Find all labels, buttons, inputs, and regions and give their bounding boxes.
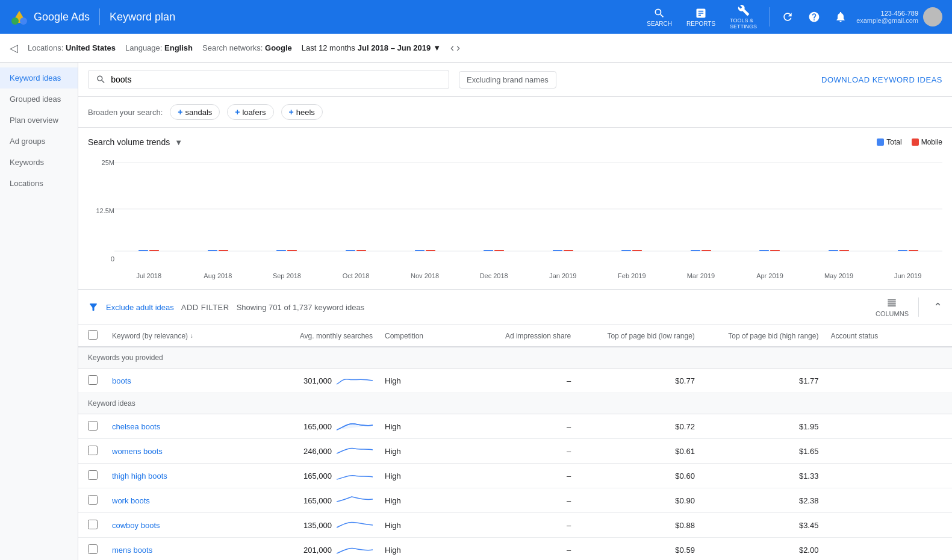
row-avg-thigh: 165,000	[261, 468, 385, 483]
sidebar-item-ad-groups[interactable]: Ad groups	[0, 131, 78, 152]
language-filter: Language: English	[125, 43, 193, 52]
bid-low-label: Top of page bid (low range)	[607, 332, 694, 340]
help-button[interactable]	[803, 8, 825, 25]
bar-mobile-2	[287, 250, 297, 251]
row-keyword-mens[interactable]: mens boots	[112, 546, 261, 555]
boots-checkbox[interactable]	[88, 375, 98, 385]
bar-total-0	[138, 250, 148, 251]
work-checkbox[interactable]	[88, 495, 98, 505]
bar-group-jan2019	[528, 250, 597, 251]
col-avg-searches-header[interactable]: Avg. monthly searches	[261, 332, 385, 340]
chart-legend: Total Mobile	[877, 138, 942, 146]
tools-nav-button[interactable]: TOOLS & SETTINGS	[725, 2, 762, 32]
row-keyword-boots[interactable]: boots	[112, 376, 261, 385]
bar-mobile-6	[564, 250, 573, 251]
table-row: boots 301,000 High – $0.77 $1.77	[78, 369, 952, 393]
bar-mobile-9	[770, 250, 780, 251]
sidebar-item-keyword-ideas[interactable]: Keyword ideas	[0, 67, 78, 89]
x-label-1: Aug 2018	[184, 272, 253, 279]
period-prev-button[interactable]: ‹	[450, 42, 454, 54]
row-keyword-cowboy[interactable]: cowboy boots	[112, 521, 261, 530]
bar-group-apr2019	[735, 250, 804, 251]
womens-trend-chart	[337, 444, 373, 458]
row-avg-work: 165,000	[261, 493, 385, 508]
cowboy-trend-chart	[337, 518, 373, 532]
col-bid-high-header[interactable]: Top of page bid (high range)	[707, 332, 831, 340]
avg-searches-label: Avg. monthly searches	[300, 332, 373, 340]
womens-checkbox[interactable]	[88, 446, 98, 455]
download-keyword-ideas-link[interactable]: DOWNLOAD KEYWORD IDEAS	[821, 75, 942, 84]
refresh-icon	[782, 11, 794, 23]
table-row: womens boots 246,000 High – $0.61 $1.65	[78, 439, 952, 464]
col-competition-header[interactable]: Competition	[385, 332, 459, 340]
user-avatar[interactable]	[923, 7, 942, 26]
app-logo[interactable]: Google Ads	[10, 7, 90, 26]
period-next-button[interactable]: ›	[456, 42, 460, 54]
table-row: work boots 165,000 High – $0.90 $2.38	[78, 488, 952, 513]
select-all-checkbox[interactable]	[88, 330, 98, 340]
sidebar-item-locations[interactable]: Locations	[0, 173, 78, 194]
filter-bar-toggle[interactable]: ◁	[10, 42, 18, 55]
x-label-5: Dec 2018	[459, 272, 529, 279]
reports-nav-button[interactable]: REPORTS	[682, 5, 720, 30]
sidebar-item-keywords[interactable]: Keywords	[0, 152, 78, 173]
add-filter-button[interactable]: ADD FILTER	[181, 303, 229, 312]
legend-total-color	[877, 138, 884, 146]
location-filter: Locations: United States	[28, 43, 116, 52]
columns-button[interactable]: COLUMNS	[876, 297, 909, 317]
broaden-tag-loafers[interactable]: + loafers	[227, 104, 273, 120]
exclude-adults-link[interactable]: Exclude adult ideas	[106, 303, 174, 312]
user-info: 123-456-789 example@gmail.com	[856, 7, 942, 26]
bar-total-1	[208, 250, 217, 251]
row-keyword-thigh[interactable]: thigh high boots	[112, 471, 261, 481]
broaden-tag-sandals[interactable]: + sandals	[170, 104, 220, 120]
legend-total-label: Total	[886, 138, 901, 146]
bars-area	[114, 157, 942, 251]
notifications-button[interactable]	[830, 8, 851, 25]
refresh-button[interactable]	[777, 8, 798, 25]
chelsea-checkbox[interactable]	[88, 421, 98, 431]
table-row: thigh high boots 165,000 High – $0.60 $1…	[78, 464, 952, 488]
search-bar-area: Excluding brand names DOWNLOAD KEYWORD I…	[78, 63, 952, 97]
row-keyword-womens[interactable]: womens boots	[112, 447, 261, 456]
bar-group-jun2019	[873, 250, 942, 251]
help-icon	[808, 11, 820, 23]
date-range-filter[interactable]: Last 12 months Jul 2018 – Jun 2019 ▼	[302, 43, 441, 52]
chart-dropdown-icon[interactable]: ▼	[175, 138, 182, 147]
sidebar-item-plan-overview[interactable]: Plan overview	[0, 110, 78, 131]
boots-trend-chart	[337, 373, 373, 388]
chelsea-trend-chart	[337, 419, 373, 434]
row-check-boots[interactable]	[88, 375, 112, 387]
keyword-table: Keyword (by relevance) ↓ Avg. monthly se…	[78, 325, 952, 560]
exclude-brand-tag[interactable]: Excluding brand names	[459, 71, 556, 89]
col-account-header[interactable]: Account status	[830, 332, 942, 340]
row-keyword-work[interactable]: work boots	[112, 496, 261, 505]
bar-total-4	[415, 250, 425, 251]
collapse-chart-button[interactable]: ⌃	[933, 300, 942, 314]
cowboy-checkbox[interactable]	[88, 520, 98, 529]
search-input[interactable]	[111, 75, 441, 84]
row-avg-mens: 201,000	[261, 543, 385, 557]
search-input-wrap[interactable]	[88, 70, 449, 89]
chart-title: Search volume trends	[88, 137, 170, 147]
sidebar-item-grouped-ideas[interactable]: Grouped ideas	[0, 89, 78, 110]
col-keyword-header[interactable]: Keyword (by relevance) ↓	[112, 332, 261, 340]
col-bid-low-header[interactable]: Top of page bid (low range)	[583, 332, 707, 340]
period-nav: ‹ ›	[450, 42, 460, 54]
search-nav-button[interactable]: SEARCH	[642, 5, 677, 30]
sidebar-label-keywords: Keywords	[10, 158, 44, 167]
thigh-checkbox[interactable]	[88, 470, 98, 480]
content-area: Excluding brand names DOWNLOAD KEYWORD I…	[78, 63, 952, 560]
legend-total: Total	[877, 138, 901, 146]
bar-total-9	[759, 250, 769, 251]
showing-count-text: Showing 701 of 1,737 keyword ideas	[237, 303, 364, 312]
network-label: Search networks:	[202, 43, 263, 52]
mens-checkbox[interactable]	[88, 544, 98, 554]
row-keyword-chelsea[interactable]: chelsea boots	[112, 422, 261, 431]
bar-total-2	[276, 250, 286, 251]
broaden-label: Broaden your search:	[88, 108, 163, 117]
reports-nav-label: REPORTS	[686, 20, 715, 27]
keyword-ideas-section-label: Keyword ideas	[78, 393, 952, 414]
broaden-tag-heels[interactable]: + heels	[281, 104, 323, 120]
col-ad-impression-header[interactable]: Ad impression share	[459, 332, 583, 340]
